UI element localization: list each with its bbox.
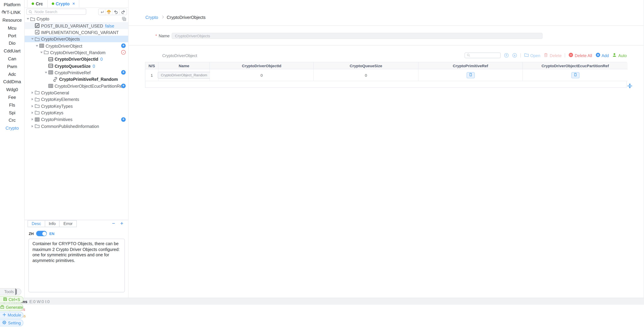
- move-up-button[interactable]: [504, 53, 509, 58]
- name-field[interactable]: [172, 33, 542, 39]
- tree-node-label: Crypto: [36, 16, 49, 21]
- row-name-chip[interactable]: CryptoDriverObject_Random: [158, 71, 210, 79]
- sidebar-item-wdg0[interactable]: Wdg0: [0, 86, 24, 93]
- problem-item-warns[interactable]: Warns: [8, 313, 644, 319]
- sidebar-item-cdduart[interactable]: CddUart: [0, 47, 24, 55]
- tree-node-CryptoPrimitiveRef[interactable]: CryptoPrimitiveRef+: [24, 69, 128, 76]
- plus-circle-icon: +: [121, 70, 126, 75]
- sidebar-item-fls[interactable]: Fls: [0, 101, 24, 109]
- tree-node-CryptoDriverObjectId[interactable]: 123CryptoDriverObjectId0: [24, 56, 128, 63]
- tab-crypto[interactable]: Crypto×: [48, 0, 80, 7]
- expand-arrow-icon[interactable]: [30, 98, 34, 101]
- tree-node-CryptoKeyTypes[interactable]: CryptoKeyTypes: [24, 103, 128, 109]
- sidebar-item-crypto[interactable]: Crypto: [0, 124, 24, 132]
- table-search-box[interactable]: [464, 52, 501, 58]
- table-search-input[interactable]: [472, 53, 498, 58]
- add-button[interactable]: Add: [596, 52, 609, 58]
- tree-node-CryptoPrimitiveRef_Random[interactable]: CryptoPrimitiveRef_RandomCrypto/Cryp: [24, 76, 128, 83]
- column-header-name: Name: [158, 62, 210, 69]
- quick-button-label: Ctrl+S: [8, 297, 20, 302]
- add-child-button[interactable]: +: [121, 70, 126, 75]
- tree-node-CryptoKeys[interactable]: CryptoKeys: [24, 109, 128, 116]
- tab-crc[interactable]: Crc: [28, 0, 48, 7]
- expand-arrow-icon[interactable]: [35, 45, 39, 47]
- problem-item-infos[interactable]: Infos: [8, 320, 644, 326]
- sidebar-item-mcu[interactable]: Mcu: [0, 24, 24, 32]
- sidebar-item-yt-link[interactable]: YT-LINK: [0, 8, 24, 16]
- desc-tab-desc[interactable]: Desc: [28, 220, 45, 227]
- sidebar-item-label: Port: [8, 33, 16, 38]
- expand-arrow-icon[interactable]: [30, 125, 34, 127]
- column-header-cryptoqueuesize: CryptoQueueSize: [314, 62, 418, 69]
- module-button[interactable]: Module: [0, 312, 24, 319]
- tree-node-CryptoQueueSize[interactable]: 123CryptoQueueSize0: [24, 63, 128, 69]
- tree-node-CryptoDriverObject_Random[interactable]: CryptoDriverObject_Random-: [24, 49, 128, 56]
- tools-button[interactable]: Tools: [0, 288, 21, 295]
- setting-button[interactable]: Setting: [0, 320, 24, 327]
- desc-tab-info[interactable]: Info: [45, 220, 60, 227]
- sidebar-item-crc[interactable]: Crc: [0, 116, 24, 124]
- tree-node-CryptoDriverObject[interactable]: CryptoDriverObject+: [24, 42, 128, 49]
- expand-arrow-icon[interactable]: [44, 72, 48, 73]
- collapse-pane-button[interactable]: −: [112, 221, 115, 226]
- problem-item-errors[interactable]: Errors: [8, 306, 644, 313]
- tree-node-CommonPublishedInformation[interactable]: CommonPublishedInformation: [24, 123, 128, 130]
- expand-arrow-icon[interactable]: [30, 38, 34, 40]
- delete-button[interactable]: Delete: [544, 52, 562, 58]
- copy-icon[interactable]: [122, 16, 126, 22]
- language-toggle[interactable]: [36, 231, 47, 236]
- sidebar-item-platform[interactable]: Platform: [0, 1, 24, 8]
- auto-button[interactable]: Auto: [612, 52, 627, 58]
- node-search-box[interactable]: [26, 8, 86, 15]
- tree-node-CryptoDriverObjects[interactable]: CryptoDriverObjects: [24, 36, 128, 42]
- tree-node-POST_BUILD_VARIANT_USED[interactable]: POST_BUILD_VARIANT_USEDfalse: [24, 22, 128, 29]
- tree-node-CryptoDriverObjectEcucPartitionRef[interactable]: CryptoDriverObjectEcucPartitionRef+: [24, 83, 128, 89]
- expand-arrow-icon[interactable]: [30, 105, 34, 107]
- expand-arrow-icon[interactable]: [40, 52, 44, 53]
- sidebar-item-fee[interactable]: Fee: [0, 93, 24, 101]
- enter-icon[interactable]: [98, 9, 106, 15]
- desc-tab-error[interactable]: Error: [60, 220, 77, 227]
- remove-node-button[interactable]: -: [121, 50, 126, 55]
- table-row[interactable]: 1CryptoDriverObject_Random00: [145, 69, 626, 81]
- open-ref-button[interactable]: [466, 72, 474, 78]
- tree-node-IMPLEMENTATION_CONFIG_VARIANT[interactable]: IMPLEMENTATION_CONFIG_VARIANTVariantPreC…: [24, 29, 128, 36]
- sidebar-item-adc[interactable]: Adc: [0, 70, 24, 78]
- node-search-input[interactable]: [34, 9, 84, 14]
- add-child-button[interactable]: +: [121, 43, 126, 48]
- tree-node-CryptoKeyElements[interactable]: CryptoKeyElements: [24, 96, 128, 103]
- delete-all-button[interactable]: Delete All: [568, 52, 592, 58]
- tree-node-label: CryptoPrimitiveRef_Random: [59, 77, 118, 82]
- tree-node-Crypto[interactable]: Crypto: [24, 16, 128, 22]
- table-resize-handle-icon[interactable]: [627, 83, 632, 89]
- sidebar-item-cdddma[interactable]: CddDma: [0, 78, 24, 86]
- breadcrumb-root-link[interactable]: Crypto: [145, 15, 158, 20]
- ctrl-s-button[interactable]: Ctrl+S: [0, 296, 24, 303]
- expand-arrow-icon[interactable]: [30, 112, 34, 114]
- sidebar-item-resource[interactable]: Resource: [0, 16, 24, 24]
- sidebar-item-pwm[interactable]: Pwm: [0, 62, 24, 70]
- problems-bar[interactable]: Problems E:0 W:0 I:0: [0, 298, 644, 305]
- tree-node-CryptoPrimitives[interactable]: CryptoPrimitives+: [24, 116, 128, 123]
- move-down-button[interactable]: [512, 53, 517, 58]
- expand-arrow-icon[interactable]: [30, 91, 34, 94]
- expand-pane-button[interactable]: +: [120, 221, 123, 226]
- expand-arrow-icon[interactable]: [26, 18, 30, 20]
- redo-icon[interactable]: [120, 9, 126, 15]
- sidebar-item-can[interactable]: Can: [0, 55, 24, 63]
- open-ref-button[interactable]: [571, 72, 580, 78]
- add-child-button[interactable]: +: [121, 117, 126, 122]
- sidebar-item-label: YT-LINK: [4, 10, 21, 15]
- add-child-button[interactable]: +: [121, 84, 126, 88]
- close-icon[interactable]: ×: [72, 2, 75, 6]
- sidebar-item-spi[interactable]: Spi: [0, 109, 24, 116]
- expand-arrow-icon[interactable]: [30, 118, 34, 121]
- open-button[interactable]: Open: [524, 52, 540, 58]
- generate-button[interactable]: Generate: [0, 304, 24, 311]
- sidebar-item-port[interactable]: Port: [0, 32, 24, 39]
- tree-node-value: false: [105, 23, 114, 28]
- tree-node-CryptoGeneral[interactable]: CryptoGeneral: [24, 89, 128, 96]
- avatar-icon[interactable]: [106, 9, 112, 15]
- sidebar-item-dio[interactable]: Dio: [0, 39, 24, 47]
- undo-icon[interactable]: [112, 9, 120, 15]
